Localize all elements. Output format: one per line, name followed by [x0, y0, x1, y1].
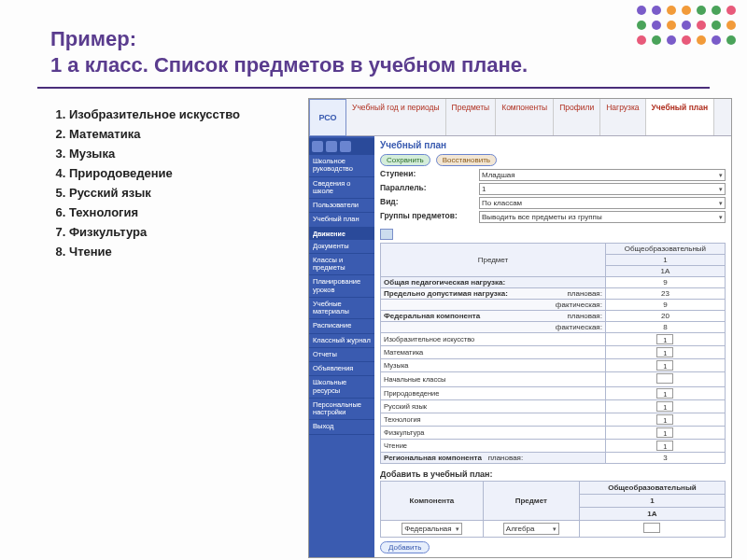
app-tabs: Учебный год и периодыПредметыКомпонентыП… [346, 99, 731, 136]
sidebar-item[interactable]: Сведения о школе [309, 177, 374, 200]
hours-input[interactable]: 1 [656, 414, 673, 425]
decorative-dots [637, 6, 738, 47]
sidebar-section: Движение [309, 228, 374, 240]
sidebar-item[interactable]: Расписание [309, 319, 374, 333]
list-item: Физкультура [69, 225, 301, 239]
app-logo: РСО [309, 99, 346, 136]
app-window: РСО Учебный год и периодыПредметыКомпоне… [308, 98, 732, 558]
sidebar-item[interactable]: Персональные настройки [309, 399, 374, 421]
hours-input[interactable]: 1 [656, 360, 673, 371]
title-line-2: 1 а класс. Список предметов в учебном пл… [50, 53, 528, 77]
page-title: Учебный план [380, 140, 726, 150]
plan-table: Предмет Общеобразовательный 1 1А Общая п… [380, 243, 726, 464]
hours-input[interactable]: 1 [656, 347, 673, 357]
sidebar-item[interactable]: Выход [309, 420, 374, 434]
parallel-label: Параллель: [380, 183, 473, 195]
slide-title: Пример: 1 а класс. Список предметов в уч… [0, 0, 747, 77]
tab-3[interactable]: Профили [554, 99, 600, 135]
hours-input[interactable]: 1 [656, 427, 673, 438]
subject-row: Изобразительное искусство [381, 333, 606, 346]
tab-4[interactable]: Нагрузка [600, 99, 645, 135]
subject-row: Чтение [381, 440, 606, 453]
tab-1[interactable]: Предметы [446, 99, 497, 135]
title-line-1: Пример: [50, 27, 136, 50]
save-button[interactable]: Сохранить [380, 154, 430, 166]
list-item: Музыка [69, 147, 301, 161]
main-pane: Учебный план Сохранить Восстановить Ступ… [374, 136, 731, 557]
tab-2[interactable]: Компоненты [496, 99, 554, 135]
list-item: Изобразительное искусство [69, 107, 301, 121]
hours-input[interactable]: 1 [656, 441, 673, 451]
sidebar-item[interactable]: Объявления [309, 362, 374, 376]
parallel-select[interactable]: 1 [479, 183, 726, 195]
regional-row: Региональная компонента плановая: [381, 453, 606, 464]
groups-label: Группы предметов: [380, 211, 473, 223]
hours-input[interactable] [656, 373, 673, 384]
hours-input[interactable]: 1 [656, 334, 673, 344]
view-label: Вид: [380, 197, 473, 209]
hours-input[interactable] [643, 523, 660, 533]
list-item: Чтение [69, 245, 301, 259]
subject-row: Математика [381, 346, 606, 359]
sidebar-item[interactable]: Классы и предметы [309, 254, 374, 276]
sidebar-item[interactable]: Пользователи [309, 199, 374, 213]
mail-icon[interactable] [326, 141, 337, 152]
view-select[interactable]: По классам [479, 197, 726, 209]
help-icon[interactable] [340, 141, 351, 152]
hours-input[interactable]: 1 [656, 401, 673, 412]
component-select[interactable]: Федеральная [402, 523, 461, 535]
subject-row: Природоведение [381, 387, 606, 400]
sidebar: Школьное руководствоСведения о школеПоль… [309, 136, 374, 557]
col-subject: Предмет [381, 244, 606, 277]
restore-button[interactable]: Восстановить [436, 154, 497, 166]
sidebar-item[interactable]: Планирование уроков [309, 275, 374, 298]
sidebar-item[interactable]: Учебный план [309, 213, 374, 227]
subject-row: Музыка [381, 359, 606, 372]
col-grade: 1 [605, 255, 725, 266]
subject-row: Начальные классы [381, 372, 606, 387]
list-item: Технология [69, 205, 301, 219]
list-item: Русский язык [69, 186, 301, 200]
tab-5[interactable]: Учебный план [646, 99, 714, 135]
tab-0[interactable]: Учебный год и периоды [346, 99, 446, 135]
print-icon[interactable] [380, 229, 393, 240]
sidebar-item[interactable]: Школьные ресурсы [309, 376, 374, 399]
col-edutype: Общеобразовательный [605, 244, 725, 255]
subjects-list: Изобразительное искусствоМатематикаМузык… [11, 98, 301, 558]
hours-input[interactable]: 1 [656, 388, 673, 399]
level-label: Ступени: [380, 169, 473, 181]
col-class: 1А [605, 266, 725, 277]
add-button[interactable]: Добавить [380, 541, 430, 553]
list-item: Природоведение [69, 166, 301, 180]
subject-select[interactable]: Алгебра [503, 523, 559, 535]
level-select[interactable]: Младшая [479, 169, 726, 181]
sidebar-item[interactable]: Школьное руководство [309, 155, 374, 177]
sidebar-item[interactable]: Документы [309, 240, 374, 254]
subject-row: Технология [381, 413, 606, 427]
subject-row: Русский язык [381, 400, 606, 413]
sidebar-item[interactable]: Отчеты [309, 348, 374, 362]
sidebar-item[interactable]: Учебные материалы [309, 298, 374, 320]
sidebar-icons [309, 138, 374, 155]
list-item: Математика [69, 127, 301, 141]
sidebar-item[interactable]: Классный журнал [309, 334, 374, 348]
add-table: Компонента Предмет Общеобразовательный 1… [380, 481, 726, 538]
home-icon[interactable] [312, 141, 323, 152]
add-title: Добавить в учебный план: [380, 469, 726, 479]
subject-row: Физкультура [381, 427, 606, 440]
groups-select[interactable]: Выводить все предметы из группы [479, 211, 726, 223]
